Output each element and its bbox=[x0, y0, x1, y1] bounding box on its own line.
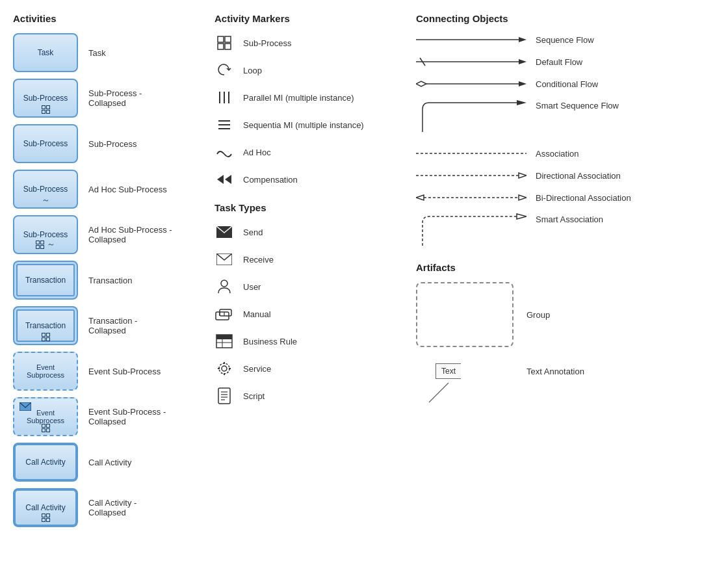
service-task-label: Service bbox=[243, 364, 271, 374]
adhoc-sub-process-collapsed-box[interactable]: Sub-Process ～ bbox=[13, 215, 78, 254]
event-subprocess-box-label: EventSubprocess bbox=[27, 363, 64, 379]
business-rule-task-row: Business Rule bbox=[214, 332, 416, 351]
svg-point-15 bbox=[221, 280, 228, 287]
sub-process-box-label: Sub-Process bbox=[23, 139, 68, 148]
text-annotation-row: Text Text Annotation bbox=[416, 360, 715, 406]
sub-process-marker-row: Sub-Process bbox=[214, 33, 416, 53]
call-activity-box[interactable]: Call Activity bbox=[13, 443, 78, 482]
connecting-objects-section: Connecting Objects Sequence Flow bbox=[416, 13, 715, 249]
sub-process-collapsed-box[interactable]: Sub-Process bbox=[13, 79, 78, 118]
svg-marker-41 bbox=[519, 81, 526, 86]
association-line bbox=[416, 147, 526, 160]
directional-assoc-row: Directional Association bbox=[416, 169, 715, 182]
parallel-mi-marker-row: Parallel MI (multiple instance) bbox=[214, 88, 416, 107]
compensation-marker-icon bbox=[214, 170, 234, 189]
svg-marker-48 bbox=[416, 195, 424, 200]
call-activity-collapsed-grid bbox=[42, 514, 50, 522]
sequential-mi-marker-icon bbox=[214, 115, 234, 135]
adhoc-sub-process-collapsed-row: Sub-Process ～ Ad Hoc Sub-Process -Collap… bbox=[13, 215, 214, 254]
svg-rect-30 bbox=[218, 388, 230, 404]
call-activity-box-label: Call Activity bbox=[25, 458, 65, 467]
sub-process-collapsed-box-label: Sub-Process bbox=[23, 94, 68, 103]
svg-point-24 bbox=[222, 366, 227, 371]
group-box bbox=[416, 282, 514, 347]
svg-marker-42 bbox=[416, 81, 426, 86]
smart-assoc-label: Smart Association bbox=[536, 214, 603, 224]
sequence-flow-line bbox=[416, 33, 526, 46]
event-subprocess-collapsed-box-label: EventSubprocess bbox=[27, 409, 64, 424]
send-task-row: Send bbox=[214, 222, 416, 242]
manual-task-row: Manual bbox=[214, 304, 416, 324]
sequence-flow-row: Sequence Flow bbox=[416, 33, 715, 46]
task-row: Task Task bbox=[13, 33, 214, 72]
svg-rect-3 bbox=[218, 44, 224, 49]
business-rule-task-icon bbox=[214, 332, 234, 351]
connecting-objects-heading: Connecting Objects bbox=[416, 13, 715, 24]
compensation-marker-label: Compensation bbox=[243, 175, 298, 185]
task-box-label: Task bbox=[38, 48, 54, 57]
script-task-label: Script bbox=[243, 391, 265, 401]
compensation-marker-row: Compensation bbox=[214, 170, 416, 189]
sub-process-marker-icon bbox=[214, 33, 234, 53]
event-subprocess-box[interactable]: EventSubprocess bbox=[13, 352, 78, 391]
event-subprocess-collapsed-row: EventSubprocess Event Sub-Process -Colla… bbox=[13, 397, 214, 436]
adhoc-sub-process-box[interactable]: Sub-Process ～ bbox=[13, 170, 78, 209]
smart-sequence-flow-row: Smart Sequence Flow bbox=[416, 99, 715, 135]
adhoc-collapsed-tilde: ～ bbox=[47, 239, 55, 250]
svg-rect-1 bbox=[218, 36, 224, 42]
receive-task-row: Receive bbox=[214, 250, 416, 269]
smart-sequence-flow-line bbox=[416, 99, 526, 135]
business-rule-task-label: Business Rule bbox=[243, 337, 297, 346]
transaction-collapsed-box[interactable]: Transaction bbox=[13, 306, 78, 345]
sub-process-label: Sub-Process bbox=[88, 139, 136, 149]
svg-marker-50 bbox=[517, 214, 526, 219]
activity-markers-section: Activity Markers Sub-Process bbox=[214, 13, 416, 189]
transaction-collapsed-label: Transaction -Collapsed bbox=[88, 316, 137, 335]
association-label: Association bbox=[536, 149, 578, 159]
adhoc-sub-process-collapsed-box-label: Sub-Process bbox=[23, 230, 68, 239]
event-subprocess-collapsed-box[interactable]: EventSubprocess bbox=[13, 397, 78, 436]
svg-marker-46 bbox=[519, 173, 526, 178]
adhoc-sub-process-collapsed-label: Ad Hoc Sub-Process -Collapsed bbox=[88, 225, 172, 244]
svg-rect-17 bbox=[220, 309, 231, 316]
svg-marker-49 bbox=[519, 195, 526, 200]
transaction-row: Transaction Transaction bbox=[13, 261, 214, 300]
adhoc-sub-process-label: Ad Hoc Sub-Process bbox=[88, 185, 167, 194]
svg-marker-38 bbox=[519, 59, 526, 64]
sub-process-marker-label: Sub-Process bbox=[243, 38, 291, 48]
call-activity-collapsed-label: Call Activity -Collapsed bbox=[88, 498, 136, 517]
text-annotation-label: Text Annotation bbox=[526, 367, 584, 376]
main-layout: Activities Task Task Sub-Process Sub-Pro… bbox=[13, 13, 715, 534]
transaction-box[interactable]: Transaction bbox=[13, 261, 78, 300]
sub-process-collapsed-grid bbox=[42, 105, 50, 114]
adhoc-collapsed-markers: ～ bbox=[36, 239, 55, 250]
send-task-label: Send bbox=[243, 228, 263, 237]
call-activity-collapsed-box[interactable]: Call Activity bbox=[13, 488, 78, 527]
sequential-mi-marker-label: Sequentia MI (multiple instance) bbox=[243, 120, 364, 130]
loop-marker-row: Loop bbox=[214, 60, 416, 80]
task-label: Task bbox=[88, 48, 106, 58]
receive-task-icon bbox=[214, 250, 234, 269]
parallel-mi-marker-label: Parallel MI (multiple instance) bbox=[243, 93, 354, 103]
transaction-collapsed-grid bbox=[42, 333, 50, 341]
svg-marker-11 bbox=[217, 175, 224, 184]
task-box[interactable]: Task bbox=[13, 33, 78, 72]
smart-sequence-flow-label: Smart Sequence Flow bbox=[536, 101, 619, 110]
svg-marker-36 bbox=[519, 37, 526, 42]
sub-process-collapsed-label: Sub-Process -Collapsed bbox=[88, 88, 142, 108]
manual-task-icon bbox=[214, 304, 234, 324]
adhoc-sub-process-box-label: Sub-Process bbox=[23, 185, 68, 194]
call-activity-row: Call Activity Call Activity bbox=[13, 443, 214, 482]
event-subprocess-row: EventSubprocess Event Sub-Process bbox=[13, 352, 214, 391]
activities-heading: Activities bbox=[13, 13, 214, 24]
group-label: Group bbox=[526, 310, 550, 320]
bidirectional-assoc-row: Bi-Directional Association bbox=[416, 191, 715, 204]
script-task-row: Script bbox=[214, 386, 416, 406]
svg-rect-21 bbox=[216, 335, 232, 339]
smart-assoc-row: Smart Association bbox=[416, 213, 715, 249]
call-activity-collapsed-box-label: Call Activity bbox=[25, 503, 65, 512]
conditional-flow-label: Conditional Flow bbox=[536, 79, 598, 89]
svg-rect-4 bbox=[225, 44, 231, 49]
transaction-box-label: Transaction bbox=[25, 276, 66, 285]
sub-process-box[interactable]: Sub-Process bbox=[13, 124, 78, 163]
